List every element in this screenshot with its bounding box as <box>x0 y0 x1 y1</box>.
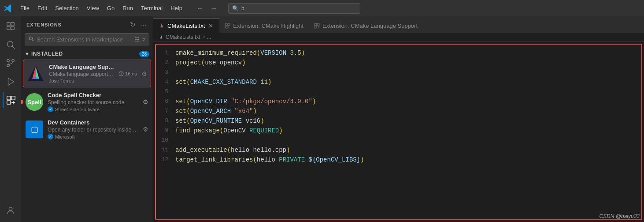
activity-source-control[interactable] <box>3 55 19 71</box>
tab-cmake-icon <box>159 23 165 29</box>
line-number: 9 <box>156 126 175 135</box>
spell-ext-gear-button[interactable]: ⚙ <box>143 98 148 105</box>
spell-icon-shape: Spell <box>26 93 43 111</box>
cmake-ext-gear-button[interactable]: ⚙ <box>141 70 147 77</box>
menu-go[interactable]: Go <box>104 3 118 13</box>
svg-rect-12 <box>11 96 15 100</box>
menu-edit[interactable]: Edit <box>34 3 51 13</box>
activity-run[interactable] <box>3 74 19 90</box>
installed-label: INSTALLED <box>31 51 63 57</box>
code-line-9: 9find_package(OpenCV REQUIRED) <box>156 126 641 135</box>
code-editor[interactable]: 1cmake_minimum_required(VERSION 3.5)2pro… <box>156 45 641 219</box>
tab-cmakelists[interactable]: CMakeLists.txt ✕ <box>153 18 219 33</box>
activity-account[interactable] <box>3 203 19 218</box>
svg-rect-27 <box>228 23 230 26</box>
line-number: 4 <box>156 77 175 87</box>
activity-search[interactable] <box>3 37 19 53</box>
code-line-7: 7set(OpenCV_ARCH "x64") <box>156 106 641 116</box>
breadcrumb-separator: > <box>202 34 205 40</box>
menu-run[interactable]: Run <box>119 3 137 13</box>
dev-containers-ext-desc: Open any folder or repository inside a D… <box>48 127 138 133</box>
line-number: 6 <box>156 97 175 106</box>
menu-view[interactable]: View <box>83 3 103 13</box>
svg-rect-3 <box>11 26 14 30</box>
extension-cmake-language-support[interactable]: CMake Language Support CMake language su… <box>23 60 151 87</box>
svg-marker-10 <box>8 78 14 86</box>
tab-cmakelists-label: CMakeLists.txt <box>167 23 205 29</box>
tab-extension-icon <box>225 23 230 29</box>
nav-forward[interactable]: → <box>208 4 220 13</box>
line-number: 7 <box>156 106 175 116</box>
dev-containers-gear-button[interactable]: ⚙ <box>143 126 148 133</box>
svg-rect-28 <box>225 26 227 28</box>
line-number: 8 <box>156 116 175 126</box>
search-extensions-input[interactable] <box>37 36 132 43</box>
clock-icon <box>118 71 124 76</box>
code-line-2: 2project(use_opencv) <box>156 58 641 68</box>
cmake-ext-desc: CMake language support for VS Code... <box>49 71 114 77</box>
search-bar-text: b <box>241 5 244 11</box>
svg-line-5 <box>12 46 15 49</box>
svg-rect-30 <box>317 23 319 26</box>
line-number: 11 <box>156 145 175 155</box>
menu-help[interactable]: Help <box>167 3 186 13</box>
activity-extensions[interactable] <box>3 92 19 108</box>
line-content: add_executable(hello hello.cpp) <box>175 145 641 155</box>
code-line-8: 8set(OpenCV_RUNTIME vc16) <box>156 116 641 126</box>
line-content: project(use_opencv) <box>175 58 641 68</box>
breadcrumb: CMakeLists.txt > ... <box>153 33 644 42</box>
line-content: find_package(OpenCV REQUIRED) <box>175 126 641 135</box>
menu-terminal[interactable]: Terminal <box>137 3 166 13</box>
search-extensions-box[interactable]: ☷ ▿ <box>25 33 149 45</box>
line-content: set(OpenCV_RUNTIME vc16) <box>175 116 641 126</box>
extension-dev-containers[interactable]: ▢ Dev Containers Open any folder or repo… <box>21 116 153 143</box>
more-actions-button[interactable]: ⋯ <box>139 20 148 30</box>
sidebar: EXTENSIONS ↻ ⋯ ☷ ▿ ▼ INSTALLED 28 <box>21 16 153 222</box>
editor-wrapper: 1cmake_minimum_required(VERSION 3.5)2pro… <box>153 42 644 222</box>
tab-extension-icon-2 <box>314 23 320 29</box>
spell-checker-icon: Spell <box>26 93 43 111</box>
spell-author-name: Street Side Software <box>55 107 100 112</box>
nav-arrows: ← → <box>194 4 220 13</box>
installed-section-header[interactable]: ▼ INSTALLED 28 <box>21 49 153 59</box>
dev-containers-ext-author: ✓ Microsoft <box>48 134 138 139</box>
extension-code-spell-checker[interactable]: Spell Code Spell Checker Spelling checke… <box>21 88 153 116</box>
svg-point-7 <box>12 60 15 62</box>
refresh-extensions-button[interactable]: ↻ <box>129 20 137 30</box>
menu-file[interactable]: File <box>17 3 33 13</box>
spell-ext-desc: Spelling checker for source code <box>48 99 138 105</box>
code-border: 1cmake_minimum_required(VERSION 3.5)2pro… <box>155 44 642 220</box>
section-collapse-arrow: ▼ <box>25 51 30 56</box>
svg-rect-1 <box>11 23 14 26</box>
search-ext-icon <box>29 36 34 43</box>
svg-rect-2 <box>7 26 10 30</box>
sort-extensions-icon[interactable]: ▿ <box>142 36 145 43</box>
tab-cmake-highlight[interactable]: Extension: CMake Highlight <box>219 18 309 33</box>
tab-cmake-language-support[interactable]: Extension: CMake Language Support <box>309 18 423 33</box>
svg-rect-29 <box>315 23 317 26</box>
unread-dot <box>21 100 23 104</box>
global-search-bar[interactable]: 🔍 b <box>228 3 360 14</box>
activity-explorer[interactable] <box>3 18 19 34</box>
code-line-5: 5 <box>156 87 641 97</box>
menu-bar: File Edit Selection View Go Run Terminal… <box>17 3 186 13</box>
spell-ext-author: ✓ Street Side Software <box>48 106 138 112</box>
main-area: EXTENSIONS ↻ ⋯ ☷ ▿ ▼ INSTALLED 28 <box>0 16 644 222</box>
nav-back[interactable]: ← <box>194 4 206 13</box>
cmake-ext-name: CMake Language Support <box>49 64 114 70</box>
code-line-11: 11add_executable(hello hello.cpp) <box>156 145 641 155</box>
svg-rect-11 <box>7 96 11 100</box>
svg-rect-0 <box>7 23 10 26</box>
menu-selection[interactable]: Selection <box>52 3 82 13</box>
dev-containers-author-name: Microsoft <box>55 134 75 139</box>
line-number: 2 <box>156 58 175 68</box>
sidebar-header: EXTENSIONS ↻ ⋯ <box>21 16 153 33</box>
installed-count-badge: 28 <box>139 51 149 57</box>
line-content: set(OpenCV_ARCH "x64") <box>175 106 641 116</box>
line-content: set(CMAKE_CXX_STANDARD 11) <box>175 77 641 87</box>
tab-cmake-highlight-label: Extension: CMake Highlight <box>233 23 303 29</box>
filter-extensions-icon[interactable]: ☷ <box>134 36 140 43</box>
spell-ext-info: Code Spell Checker Spelling checker for … <box>48 92 138 112</box>
code-line-10: 10 <box>156 135 641 145</box>
tab-cmakelists-close[interactable]: ✕ <box>207 22 214 30</box>
